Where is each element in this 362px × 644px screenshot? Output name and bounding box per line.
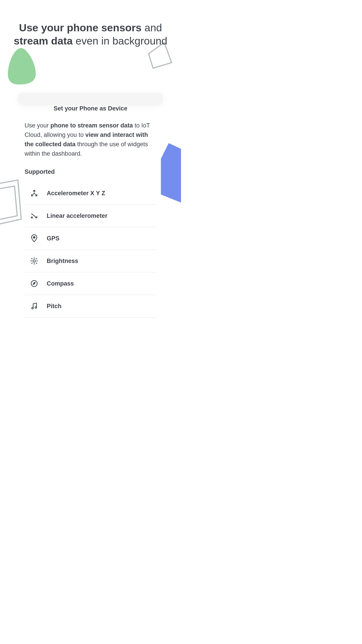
svg-marker-11 — [33, 282, 35, 285]
linear-accelerometer-icon — [30, 212, 38, 220]
sensor-label: Brightness — [47, 258, 78, 264]
card-title: Set your Phone as Device — [24, 105, 156, 112]
sensor-list: Accelerometer X Y Z Linear accelerometer — [24, 182, 156, 318]
accelerometer-icon — [30, 189, 38, 197]
sensor-item-linear: Linear accelerometer — [24, 204, 156, 227]
svg-line-5 — [36, 263, 37, 264]
page-heading: Use your phone sensors and stream data e… — [0, 0, 181, 48]
svg-line-9 — [36, 258, 37, 259]
pitch-icon — [30, 302, 38, 310]
decorative-outline-square — [0, 179, 22, 230]
sensor-item-compass: Compass — [24, 272, 156, 295]
sensor-label: GPS — [47, 235, 59, 242]
decorative-blue-shape — [161, 143, 181, 210]
sensor-item-pitch: Pitch — [24, 295, 156, 318]
svg-line-8 — [31, 263, 32, 264]
supported-heading: Supported — [24, 168, 156, 175]
sensor-item-accelerometer: Accelerometer X Y Z — [24, 182, 156, 204]
svg-point-1 — [33, 260, 35, 262]
compass-icon — [30, 280, 38, 288]
device-card: Set your Phone as Device Use your phone … — [18, 93, 163, 105]
sensor-label: Accelerometer X Y Z — [47, 190, 105, 197]
sensor-item-gps: GPS — [24, 227, 156, 250]
decorative-green-blob — [7, 47, 39, 85]
sensor-label: Compass — [47, 280, 74, 287]
sensor-label: Linear accelerometer — [47, 212, 107, 219]
gps-icon — [30, 234, 38, 242]
brightness-icon — [30, 257, 38, 265]
svg-point-13 — [35, 307, 37, 308]
svg-point-0 — [33, 236, 35, 238]
svg-point-12 — [32, 308, 33, 309]
svg-line-4 — [31, 258, 32, 259]
sensor-label: Pitch — [47, 303, 61, 310]
sensor-item-brightness: Brightness — [24, 250, 156, 272]
card-description: Use your phone to stream sensor data to … — [24, 121, 156, 158]
